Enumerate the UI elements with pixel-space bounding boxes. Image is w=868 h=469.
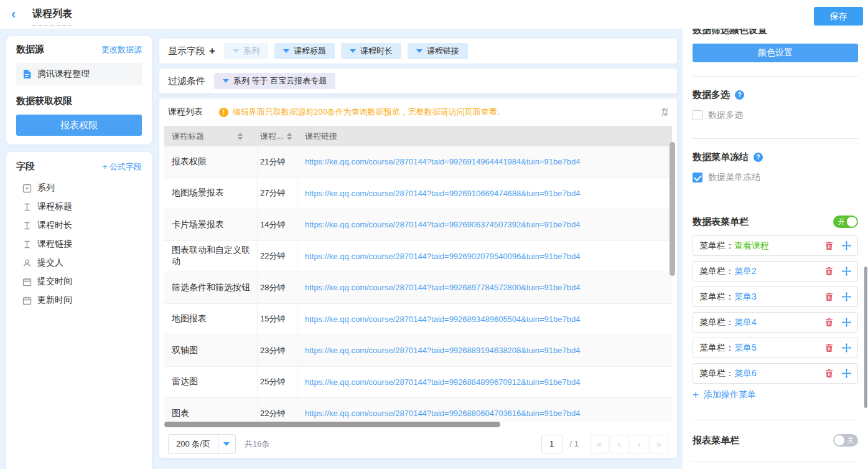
menu-item-link[interactable]: 菜单4 (734, 317, 757, 328)
table-menu-toggle[interactable]: 开 (833, 216, 858, 228)
add-display-field-icon[interactable]: + (209, 45, 215, 57)
add-menu-link[interactable]: + 添加操作菜单 (693, 389, 858, 401)
table-row: 筛选条件和筛选按钮 28分钟 https://ke.qq.com/course/… (164, 272, 672, 304)
checkbox-unchecked[interactable] (693, 110, 702, 120)
field-item[interactable]: 提交时间 (16, 272, 142, 291)
formula-field-link[interactable]: + 公式字段 (103, 161, 142, 173)
menu-item-link[interactable]: 查看课程 (734, 240, 769, 252)
dropdown-icon[interactable] (223, 79, 229, 83)
table-card: 课程列表 ! 编辑界面只取数据源前200条作为查询数据预览，完整数据请访问页面查… (159, 98, 677, 458)
sort-icon[interactable] (238, 133, 243, 140)
cell-course-title: 图表 (164, 398, 258, 422)
delete-icon[interactable] (824, 292, 834, 301)
cell-course-link[interactable]: https://ke.qq.com/course/2870144?taid=99… (305, 315, 580, 324)
menu-item: 菜单栏： 菜单6 (693, 363, 858, 384)
datasource-title: 数据源 (16, 44, 44, 55)
data-table: 课程标题 课程... 课程链接 报表权限 21分钟 https://ke (164, 126, 672, 422)
cell-duration: 22分钟 (258, 241, 297, 272)
settings-panel: 数据筛选颜色设置 颜色设置 数据多选 ? 数据多选 数据菜单冻结 ? 数据菜单冻… (683, 29, 868, 469)
field-chip[interactable]: 课程时长 (341, 43, 401, 59)
sort-icon[interactable] (287, 133, 292, 140)
move-icon[interactable] (842, 318, 851, 327)
page-size-select[interactable]: 200 条/页 (168, 434, 236, 454)
filter-chip[interactable]: 系列 等于 百宝云报表专题 (214, 73, 335, 89)
cell-course-link[interactable]: https://ke.qq.com/course/2870144?taid=99… (305, 409, 580, 418)
multi-select-checkbox-row[interactable]: 数据多选 (693, 110, 858, 121)
save-button[interactable]: 保存 (814, 7, 863, 26)
sort-order-icon[interactable]: ⇅ (660, 106, 668, 119)
table-row: 卡片场景报表 14分钟 https://ke.qq.com/course/287… (164, 209, 672, 241)
report-permission-button[interactable]: 报表权限 (16, 115, 142, 136)
table-vertical-scrollbar[interactable] (670, 142, 675, 276)
cell-duration: 15分钟 (258, 304, 297, 335)
cell-course-title: 图表联动和自定义联动 (164, 241, 258, 272)
back-icon[interactable]: ‹ (11, 7, 16, 22)
page-number-input[interactable] (541, 435, 562, 453)
report-menu-title: 报表菜单栏 (693, 435, 739, 447)
cell-course-link[interactable]: https://ke.qq.com/course/2870144?taid=99… (305, 189, 580, 198)
delete-icon[interactable] (824, 318, 834, 327)
cell-course-link[interactable]: https://ke.qq.com/course/2870144?taid=99… (305, 346, 580, 355)
display-fields-label: 显示字段 (168, 45, 205, 57)
dropdown-icon[interactable] (283, 49, 289, 53)
cell-duration: 27分钟 (258, 178, 297, 209)
field-item[interactable]: 系列 (16, 179, 142, 197)
help-icon[interactable]: ? (754, 153, 763, 162)
next-page-button[interactable]: › (630, 435, 648, 453)
field-item[interactable]: 课程标题 (16, 197, 142, 216)
dropdown-icon[interactable] (218, 435, 235, 453)
page-vertical-scrollbar[interactable] (864, 267, 867, 408)
dropdown-icon[interactable] (233, 49, 239, 53)
color-settings-button[interactable]: 颜色设置 (693, 44, 858, 62)
field-chip[interactable]: 课程链接 (408, 43, 468, 59)
field-chip[interactable]: 课程标题 (274, 43, 335, 59)
move-icon[interactable] (842, 369, 851, 378)
field-chip[interactable]: 系列 (224, 43, 268, 59)
menu-item-link[interactable]: 菜单5 (734, 343, 757, 354)
field-item[interactable]: 提交人 (16, 253, 142, 272)
checkbox-checked[interactable] (693, 173, 702, 182)
delete-icon[interactable] (824, 267, 834, 276)
field-item[interactable]: 课程链接 (16, 235, 142, 253)
help-icon[interactable]: ? (735, 90, 744, 100)
delete-icon[interactable] (824, 369, 834, 378)
menu-item-prefix: 菜单栏： (699, 317, 734, 328)
cell-course-link[interactable]: https://ke.qq.com/course/2870144?taid=99… (305, 157, 580, 166)
toggle-knob (834, 435, 844, 445)
move-icon[interactable] (842, 292, 851, 301)
cell-course-link[interactable]: https://ke.qq.com/course/2870144?taid=99… (305, 252, 580, 261)
first-page-button[interactable]: « (590, 435, 609, 453)
text-icon (22, 202, 32, 212)
permission-title: 数据获取权限 (16, 95, 142, 107)
menu-item-link[interactable]: 菜单3 (734, 291, 757, 303)
table-horizontal-scrollbar[interactable] (164, 422, 500, 427)
field-item[interactable]: 课程时长 (16, 216, 142, 235)
menu-item-list: 菜单栏： 查看课程 菜单栏： 菜单2 (693, 235, 858, 384)
display-field-chips: 系列 课程标题 课程时长 课程链接 (224, 43, 468, 59)
move-icon[interactable] (842, 241, 851, 250)
multi-select-checkbox-label: 数据多选 (708, 110, 743, 121)
dropdown-icon[interactable] (350, 49, 356, 53)
move-icon[interactable] (842, 343, 851, 353)
cell-duration: 22分钟 (258, 398, 297, 422)
cell-course-link[interactable]: https://ke.qq.com/course/2870144?taid=99… (305, 283, 580, 292)
move-icon[interactable] (842, 267, 851, 276)
dropdown-icon[interactable] (416, 49, 422, 53)
menu-item-prefix: 菜单栏： (699, 240, 734, 252)
last-page-button[interactable]: » (650, 435, 668, 453)
prev-page-button[interactable]: ‹ (610, 435, 628, 453)
cell-course-link[interactable]: https://ke.qq.com/course/2870144?taid=99… (305, 377, 580, 387)
delete-icon[interactable] (824, 241, 834, 250)
menu-freeze-checkbox-row[interactable]: 数据菜单冻结 (693, 172, 858, 183)
delete-icon[interactable] (824, 343, 834, 353)
report-menu-toggle[interactable]: 关 (833, 434, 858, 447)
menu-item-link[interactable]: 菜单6 (734, 368, 757, 379)
table-row: 报表权限 21分钟 https://ke.qq.com/course/28701… (164, 146, 672, 178)
change-datasource-link[interactable]: 更改数据源 (101, 44, 142, 55)
chip-label: 课程时长 (360, 45, 393, 57)
field-label: 课程标题 (37, 201, 72, 212)
cell-course-link[interactable]: https://ke.qq.com/course/2870144?taid=99… (305, 220, 580, 229)
datasource-item[interactable]: 腾讯课程整理 (16, 63, 142, 85)
field-item[interactable]: 更新时间 (16, 291, 142, 310)
menu-item-link[interactable]: 菜单2 (734, 266, 757, 277)
